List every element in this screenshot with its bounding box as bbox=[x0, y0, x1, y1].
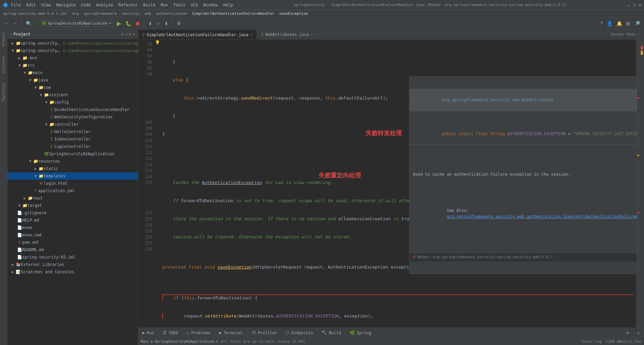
run-config-selector[interactable]: 🌿 SpringSecurity02Application ▾ bbox=[39, 20, 114, 26]
close-button[interactable]: ✕ bbox=[639, 2, 641, 8]
list-item[interactable]: ▼ 📁 resources bbox=[7, 158, 138, 165]
list-item[interactable]: C IndexController bbox=[7, 135, 138, 143]
menu-build[interactable]: Build bbox=[143, 3, 155, 7]
close-run-icon[interactable]: ✕ bbox=[216, 339, 218, 344]
menu-navigate[interactable]: Navigate bbox=[56, 3, 76, 7]
status-run[interactable]: Run: ▶ SpringSecurity02Application ✕ bbox=[141, 339, 218, 344]
reader-mode-button[interactable]: Reader Mode ✓ bbox=[607, 30, 644, 39]
list-item[interactable]: ▼ 📁 templates bbox=[7, 172, 138, 180]
list-item[interactable]: X pom.xml bbox=[7, 239, 138, 246]
git-update-button[interactable]: ⬇ bbox=[147, 20, 154, 27]
git-push-button[interactable]: ⬆ bbox=[163, 20, 170, 27]
list-item[interactable]: ▶ 📁 .mvn bbox=[7, 54, 138, 62]
list-item[interactable]: ▼ 📁 controller bbox=[7, 121, 138, 128]
collapse-all-icon[interactable]: ⊟ bbox=[121, 32, 124, 37]
list-item[interactable]: 🌿 SpringSecurity02Application bbox=[7, 150, 138, 158]
back-button[interactable]: ← bbox=[3, 20, 10, 27]
menu-vcs[interactable]: VCS bbox=[191, 3, 198, 7]
list-item[interactable]: 📄 spring-security-02.iml bbox=[7, 253, 138, 261]
list-item[interactable]: ▶ 📝 Scratches and Consoles bbox=[7, 268, 138, 276]
run-button[interactable]: ▶ bbox=[115, 19, 123, 28]
spring-tab[interactable]: 🌿 Spring bbox=[345, 328, 376, 338]
terminal-tab[interactable]: ▶ Terminal bbox=[215, 328, 248, 338]
list-item[interactable]: C DivAuthenticationSuccessHandler bbox=[7, 106, 138, 113]
menu-code[interactable]: Code bbox=[81, 3, 91, 7]
breadcrumb-item-2[interactable]: springframework bbox=[84, 11, 117, 16]
tooltip-see-also-link[interactable]: org.springframework.security.web.authent… bbox=[447, 214, 636, 219]
breadcrumb-item-3[interactable]: security bbox=[122, 11, 140, 16]
settings-button[interactable]: ⚙ bbox=[175, 20, 182, 27]
breadcrumb-item-7[interactable]: saveException bbox=[279, 11, 308, 16]
close-panel-button[interactable]: ✕ bbox=[633, 328, 644, 338]
list-item[interactable]: C LoginController bbox=[7, 143, 138, 150]
profiler-tab[interactable]: ⏱ Profiler bbox=[248, 328, 282, 338]
git-commit-button[interactable]: ✓ bbox=[155, 20, 162, 27]
list-item[interactable]: ▶ 📚 External Libraries bbox=[7, 261, 138, 268]
list-item[interactable]: C WebSecurityConfiguration bbox=[7, 113, 138, 121]
list-item[interactable]: ▼ 📁 spring-security-02 E:\IdeaProjects\s… bbox=[7, 47, 138, 54]
close-panel-icon[interactable]: ✕ bbox=[133, 32, 135, 37]
list-item[interactable]: H login.html bbox=[7, 180, 138, 187]
settings-bottom-button[interactable]: ⚙ bbox=[623, 328, 633, 338]
list-item[interactable]: ▶ 📁 spring-security-01 E:\IdeaProjects\s… bbox=[7, 40, 138, 47]
forward-button[interactable]: → bbox=[11, 20, 19, 27]
help-button[interactable]: ? bbox=[599, 20, 604, 27]
list-item[interactable]: Y application.yml bbox=[7, 187, 138, 194]
list-item[interactable]: ▼ 📁 java bbox=[7, 76, 138, 84]
search-button[interactable]: 🔎 bbox=[633, 20, 641, 27]
menu-edit[interactable]: Edit bbox=[26, 3, 36, 7]
tab-close-button[interactable]: ✕ bbox=[251, 33, 253, 37]
list-item[interactable]: C HelloController bbox=[7, 128, 138, 135]
breadcrumb-item-0[interactable]: spring-security-web-5.6.1.jar bbox=[3, 11, 67, 16]
list-item[interactable]: ▼ 📁 config bbox=[7, 99, 138, 106]
notifications-button[interactable]: 🔔 bbox=[615, 20, 624, 27]
menu-help[interactable]: Help bbox=[223, 3, 233, 7]
tab-simpleurlhandler[interactable]: J SimpleUrlAuthenticationFailureHandler.… bbox=[138, 30, 257, 39]
event-log[interactable]: Event Log bbox=[582, 339, 602, 344]
list-item[interactable]: 📄 mvnw bbox=[7, 224, 138, 231]
menu-window[interactable]: Window bbox=[203, 3, 218, 7]
structure-tab[interactable]: Structure bbox=[1, 54, 6, 75]
sync-icon[interactable]: ↺ bbox=[125, 32, 127, 37]
layout-button[interactable]: ⊞ bbox=[625, 20, 632, 27]
search-everywhere-button[interactable]: 🔍 bbox=[24, 20, 33, 27]
minimize-button[interactable]: — bbox=[628, 2, 630, 8]
breadcrumb-item-5[interactable]: authentication bbox=[156, 11, 187, 16]
list-item[interactable]: ▼ 📁 src bbox=[7, 62, 138, 69]
code-content[interactable]: } else { this.redirectStrategy.sendRedir… bbox=[160, 40, 636, 328]
menu-file[interactable]: File bbox=[11, 3, 21, 7]
breadcrumb: spring-security-web-5.6.1.jar › org › sp… bbox=[0, 10, 644, 17]
endpoints-tab[interactable]: ⬡ Endpoints bbox=[281, 328, 317, 338]
list-item[interactable]: ▼ 📁 vinjcent bbox=[7, 91, 138, 99]
list-item[interactable]: ▶ 📁 test bbox=[7, 194, 138, 202]
menu-refactor[interactable]: Refactor bbox=[118, 3, 138, 7]
tab-webattributes[interactable]: J WebAttributes.java ✕ bbox=[257, 30, 317, 39]
account-button[interactable]: 👤 bbox=[605, 20, 614, 27]
tab-close-button[interactable]: ✕ bbox=[311, 33, 313, 36]
settings-icon[interactable]: ⚙ bbox=[129, 32, 131, 37]
menu-analyze[interactable]: Analyze bbox=[96, 3, 113, 7]
list-item[interactable]: 📄 mvnw.cmd bbox=[7, 231, 138, 239]
build-tab[interactable]: 🔨 Build bbox=[318, 328, 345, 338]
favorites-tab[interactable]: Favorites bbox=[1, 82, 6, 103]
menu-view[interactable]: View bbox=[41, 3, 51, 7]
list-item[interactable]: 📄 HELP.md bbox=[7, 217, 138, 224]
stop-button[interactable]: ⏹ bbox=[134, 20, 141, 27]
project-tab[interactable]: Project bbox=[1, 31, 6, 48]
list-item[interactable]: 📄 .gitignore bbox=[7, 209, 138, 217]
list-item[interactable]: ▼ 📁 main bbox=[7, 69, 138, 76]
menu-tools[interactable]: Tools bbox=[173, 3, 185, 7]
breadcrumb-item-6[interactable]: SimpleUrlAuthenticationFailureHandler bbox=[192, 11, 274, 16]
run-tab[interactable]: ▶ Run bbox=[138, 328, 159, 338]
todo-tab[interactable]: ☰ TODO bbox=[159, 328, 183, 338]
breadcrumb-item-1[interactable]: org bbox=[72, 11, 79, 16]
list-item[interactable]: ▶ 📁 static bbox=[7, 165, 138, 172]
menu-run[interactable]: Run bbox=[161, 3, 168, 7]
maximize-button[interactable]: ❐ bbox=[633, 2, 636, 8]
list-item[interactable]: 📄 README.md bbox=[7, 246, 138, 253]
list-item[interactable]: ▼ 📁 com bbox=[7, 84, 138, 91]
problems-tab[interactable]: ⚠ Problems bbox=[182, 328, 215, 338]
list-item[interactable]: ▼ 📁 target bbox=[7, 202, 138, 209]
debug-button[interactable]: 🐛 bbox=[124, 20, 132, 27]
breadcrumb-item-4[interactable]: web bbox=[145, 11, 151, 16]
